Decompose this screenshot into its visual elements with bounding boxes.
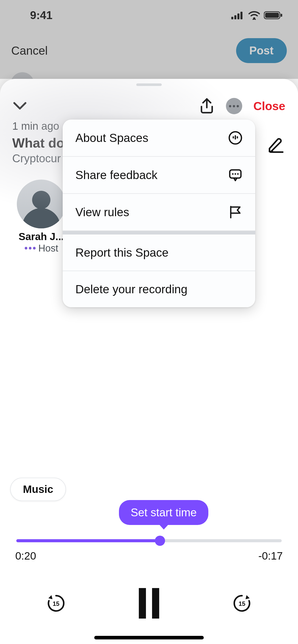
host-role: •••Host [16,243,67,254]
host-name: Sarah J... [16,231,67,242]
elapsed-time: 0:20 [15,550,36,562]
svg-text:15: 15 [53,600,60,607]
host-avatar [17,180,66,228]
menu-report-space[interactable]: Report this Space [63,235,255,271]
pause-bar-icon [139,588,146,619]
options-popover: About Spaces Share feedback View rules R… [63,120,255,307]
flag-icon [228,205,242,219]
menu-separator [63,231,255,235]
sheet-grabber[interactable] [136,83,162,86]
chevron-down-icon[interactable] [13,101,27,111]
menu-label: About Spaces [75,131,148,145]
time-row: 0:20 -0:17 [15,550,283,562]
host-block[interactable]: Sarah J... •••Host [16,180,67,254]
svg-point-12 [237,173,239,175]
host-role-label: Host [38,243,58,254]
pause-button[interactable] [139,588,159,619]
mic-circle-icon [228,131,242,145]
close-button[interactable]: Close [253,99,285,113]
slider-track [16,539,282,542]
slider-fill [16,539,160,542]
menu-label: Delete your recording [75,282,187,296]
space-sheet: Close 1 min ago What do Cryptocur Sarah … [0,79,298,644]
svg-text:15: 15 [239,600,246,607]
menu-share-feedback[interactable]: Share feedback [63,157,255,194]
player-controls: 15 15 [0,588,298,619]
home-indicator[interactable] [94,636,204,639]
skip-back-15-button[interactable]: 15 [46,593,66,613]
menu-view-rules[interactable]: View rules [63,194,255,231]
menu-delete-recording[interactable]: Delete your recording [63,271,255,307]
skip-forward-15-button[interactable]: 15 [232,593,252,613]
edit-icon[interactable] [268,138,285,154]
menu-label: Report this Space [75,246,169,259]
menu-label: View rules [75,205,129,219]
dim-overlay [0,0,298,79]
set-start-time-tooltip[interactable]: Set start time [119,500,208,525]
remaining-time: -0:17 [258,550,283,562]
share-icon[interactable] [199,97,215,115]
playback-slider[interactable] [16,539,282,542]
svg-point-10 [232,173,234,175]
slider-thumb[interactable] [155,536,165,546]
pause-bar-icon [152,588,159,619]
more-options-icon[interactable] [226,98,242,114]
sheet-header: Close [0,92,298,120]
svg-point-11 [235,173,236,175]
chat-icon [228,168,242,182]
menu-label: Share feedback [75,168,157,182]
menu-about-spaces[interactable]: About Spaces [63,120,255,157]
music-button[interactable]: Music [10,478,66,501]
